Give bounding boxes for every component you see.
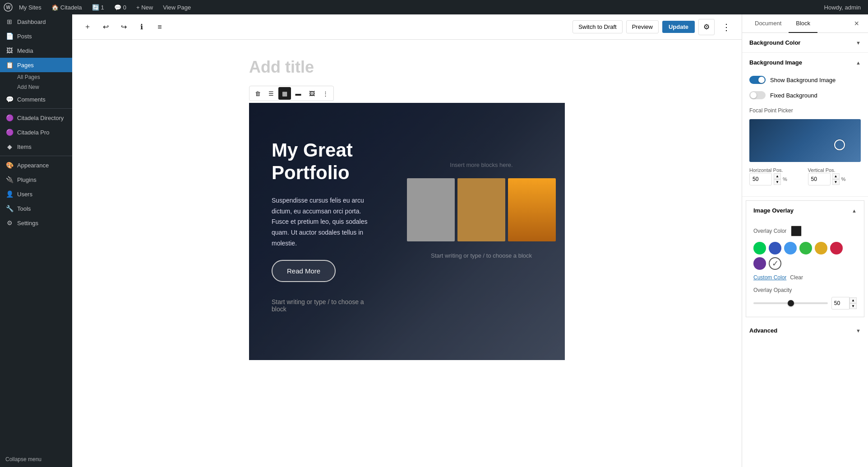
bg-image-header[interactable]: Background Image ▲ [742, 53, 868, 72]
overlay-section-body: Overlay Color ✓ Custom Color Clear [746, 220, 864, 317]
collapse-menu-button[interactable]: Collapse menu [0, 452, 72, 467]
block-layout-image[interactable]: 🖼 [305, 87, 318, 100]
hero-image-1 [407, 178, 455, 241]
sidebar-item-users[interactable]: 👤 Users [0, 187, 72, 201]
color-swatch-green2[interactable] [799, 242, 812, 254]
horizontal-down-button[interactable]: ▼ [774, 179, 781, 185]
vertical-down-button[interactable]: ▼ [832, 179, 840, 185]
toolbar-right: Switch to Draft Preview Update ⚙ ⋮ [573, 19, 734, 35]
page-title-area: Add title [249, 58, 565, 77]
color-swatch-yellow[interactable] [815, 242, 827, 254]
focal-point-image[interactable] [749, 119, 861, 162]
opacity-input[interactable] [831, 297, 850, 310]
adminbar-updates[interactable]: 🔄 1 [88, 0, 108, 14]
adminbar-view-page[interactable]: View Page [159, 0, 194, 14]
block-delete-button[interactable]: 🗑 [251, 87, 264, 100]
adminbar-comments[interactable]: 💬 0 [111, 0, 130, 14]
vertical-pos-input[interactable] [808, 173, 831, 185]
block-layout-list[interactable]: ☰ [265, 87, 277, 100]
sidebar-item-settings[interactable]: ⚙ Settings [0, 216, 72, 230]
opacity-thumb[interactable] [788, 300, 794, 306]
focal-point-crosshair[interactable] [834, 139, 845, 150]
info-button[interactable]: ℹ [134, 19, 150, 35]
bg-image-section: Background Image ▲ Show Background Image… [742, 53, 868, 197]
horizontal-pos-label: Horizontal Pos. [749, 167, 803, 173]
opacity-up-button[interactable]: ▲ [850, 297, 857, 303]
color-swatch-purple[interactable] [753, 257, 766, 270]
adminbar-new[interactable]: + New [133, 0, 157, 14]
color-swatch-blue1[interactable] [769, 242, 781, 254]
sidebar-item-posts[interactable]: 📄 Posts [0, 29, 72, 43]
sidebar-item-tools[interactable]: 🔧 Tools [0, 201, 72, 216]
sidebar-item-appearance[interactable]: 🎨 Appearance [0, 158, 72, 172]
color-swatch-blue2[interactable] [784, 242, 797, 254]
overlay-custom-row: Custom Color Clear [753, 274, 857, 281]
adminbar-howdy[interactable]: Howdy, admin [821, 0, 864, 14]
sidebar-item-pages[interactable]: 📋 Pages [0, 58, 72, 72]
overlay-color-swatch[interactable] [791, 226, 802, 236]
custom-color-link[interactable]: Custom Color [753, 274, 786, 281]
wordpress-logo[interactable]: W [4, 3, 13, 12]
dashboard-icon: ⊞ [5, 18, 14, 25]
editor-more-button[interactable]: ⋮ [718, 19, 734, 35]
page-title-placeholder[interactable]: Add title [249, 58, 565, 77]
block-more-options[interactable]: ⋮ [319, 87, 332, 100]
overlay-color-label: Overlay Color [753, 228, 786, 234]
block-layout-strip[interactable]: ▬ [292, 87, 305, 100]
editor-settings-button[interactable]: ⚙ [698, 19, 715, 35]
bg-image-body: Show Background Image Fixed Background F… [742, 72, 868, 196]
fixed-bg-toggle[interactable] [749, 91, 766, 99]
undo-button[interactable]: ↩ [97, 19, 114, 35]
start-writing-placeholder[interactable]: Start writing or type / to choose a bloc… [272, 293, 375, 318]
adminbar-site-name[interactable]: 🏠 Citadela [48, 0, 86, 14]
menu-button[interactable]: ≡ [152, 19, 168, 35]
sidebar-item-media[interactable]: 🖼 Media [0, 43, 72, 58]
undo-icon: ↩ [103, 23, 109, 31]
update-button[interactable]: Update [662, 21, 695, 33]
bg-color-header[interactable]: Background Color ▼ [742, 33, 868, 52]
hero-right-placeholder[interactable]: Start writing or type / to choose a bloc… [407, 247, 556, 264]
fixed-bg-row: Fixed Background [749, 88, 861, 103]
more-vertical-icon: ⋮ [722, 22, 731, 32]
svg-text:W: W [6, 5, 11, 10]
sidebar-item-citadela-pro[interactable]: 🟣 Citadela Pro [0, 125, 72, 139]
vertical-up-button[interactable]: ▲ [832, 173, 840, 179]
adminbar-my-sites[interactable]: My Sites [15, 0, 45, 14]
sidebar-item-plugins[interactable]: 🔌 Plugins [0, 172, 72, 187]
switch-to-draft-button[interactable]: Switch to Draft [573, 20, 623, 33]
opacity-slider[interactable] [753, 302, 828, 304]
tab-document[interactable]: Document [748, 14, 789, 33]
editor-content[interactable]: Add title 🗑 ☰ ▦ ▬ 🖼 ⋮ [72, 40, 742, 467]
hero-read-more-button[interactable]: Read More [272, 260, 336, 282]
right-panel: Document Block × Background Color ▼ Back… [742, 14, 868, 467]
opacity-down-button[interactable]: ▼ [850, 303, 857, 309]
sidebar-item-items[interactable]: ◆ Items [0, 139, 72, 154]
sidebar-item-citadela-directory[interactable]: 🟣 Citadela Directory [0, 111, 72, 125]
horizontal-up-button[interactable]: ▲ [774, 173, 781, 179]
horizontal-pos-group: Horizontal Pos. ▲ ▼ % [749, 167, 803, 185]
sidebar-item-comments[interactable]: 💬 Comments [0, 92, 72, 106]
tools-icon: 🔧 [5, 205, 14, 212]
plus-icon: ＋ [84, 22, 91, 32]
overlay-color-row: Overlay Color [753, 226, 857, 236]
clear-button[interactable]: Clear [790, 274, 803, 281]
color-swatch-check[interactable]: ✓ [769, 257, 781, 270]
preview-button[interactable]: Preview [626, 20, 659, 33]
sidebar-sub-all-pages[interactable]: All Pages [0, 72, 72, 82]
hero-title: My Great Portfolio [272, 139, 375, 185]
tab-block[interactable]: Block [789, 14, 817, 33]
horizontal-pos-input[interactable] [749, 173, 772, 185]
panel-close-button[interactable]: × [850, 15, 863, 32]
color-swatch-red[interactable] [830, 242, 843, 254]
block-layout-grid[interactable]: ▦ [278, 87, 291, 100]
image-overlay-header[interactable]: Image Overlay ▲ [746, 201, 864, 220]
appearance-icon: 🎨 [5, 162, 14, 169]
sidebar-divider-1 [0, 108, 72, 109]
redo-button[interactable]: ↪ [115, 19, 132, 35]
advanced-section[interactable]: Advanced ▼ [742, 321, 868, 340]
sidebar-item-dashboard[interactable]: ⊞ Dashboard [0, 14, 72, 29]
color-swatch-green1[interactable] [753, 242, 766, 254]
sidebar-sub-add-new[interactable]: Add New [0, 82, 72, 92]
show-bg-image-toggle[interactable] [749, 76, 766, 84]
add-block-button[interactable]: ＋ [79, 19, 96, 35]
